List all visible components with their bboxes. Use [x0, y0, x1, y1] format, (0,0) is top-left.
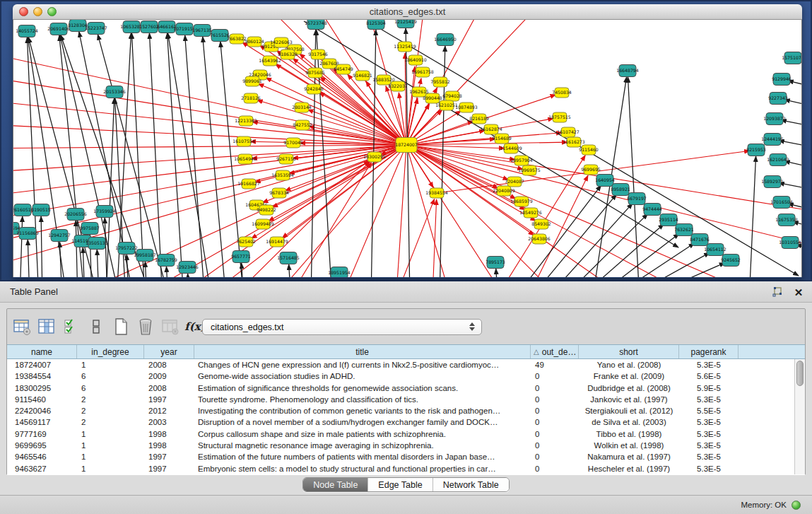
- graph-node[interactable]: 9115460: [579, 145, 599, 155]
- graph-node[interactable]: 6679197: [627, 193, 647, 205]
- graph-node[interactable]: 20153346: [103, 86, 126, 98]
- graph-node[interactable]: 12093872: [763, 113, 786, 125]
- graph-node[interactable]: 9899061: [242, 76, 262, 86]
- graph-node[interactable]: 1640954: [595, 175, 615, 187]
- column-header-out_de[interactable]: △out_de…: [531, 345, 579, 358]
- graph-node[interactable]: 9227343: [768, 93, 788, 105]
- graph-node[interactable]: 8215953: [746, 144, 766, 156]
- graph-node[interactable]: 12942757: [48, 230, 71, 242]
- graph-node[interactable]: 14055724: [16, 25, 38, 37]
- graph-node[interactable]: 8216189: [469, 114, 489, 124]
- graph-node[interactable]: 1527602: [139, 21, 159, 33]
- graph-node[interactable]: 16210251: [435, 100, 458, 110]
- graph-node[interactable]: 15892971: [761, 176, 784, 188]
- graph-node[interactable]: 17359924: [93, 206, 116, 218]
- graph-node[interactable]: 16099489: [252, 219, 274, 229]
- vertical-scrollbar[interactable]: [794, 359, 805, 474]
- graph-node[interactable]: 13505135: [86, 238, 108, 250]
- graph-node[interactable]: 8427552: [293, 120, 312, 130]
- graph-node[interactable]: 16210643: [767, 154, 789, 166]
- table-row[interactable]: 1872400712008Changes of HCN gene express…: [7, 359, 794, 370]
- graph-node[interactable]: 18685979: [510, 197, 533, 206]
- graph-node[interactable]: 9875685: [305, 68, 325, 78]
- graph-node[interactable]: 18757515: [548, 112, 571, 122]
- graph-node[interactable]: 8190515: [31, 204, 51, 216]
- graph-node[interactable]: 9146821: [353, 71, 372, 81]
- graph-node[interactable]: 11544609: [500, 144, 522, 153]
- graph-node[interactable]: 20691406: [47, 23, 70, 35]
- graph-node[interactable]: 12213363: [235, 116, 257, 126]
- graph-node[interactable]: 16961758: [411, 67, 434, 77]
- citation-network-graph[interactable]: 1405572420691406812830415223747106532871…: [13, 20, 801, 277]
- graph-node[interactable]: 11675358: [775, 214, 798, 226]
- graph-node[interactable]: 16782759: [155, 255, 177, 267]
- tab-node-table[interactable]: Node Table: [303, 478, 368, 491]
- column-header-year[interactable]: year: [144, 345, 194, 358]
- graph-node[interactable]: 8125304: [366, 20, 386, 30]
- graph-node[interactable]: 9678334: [269, 188, 289, 198]
- float-panel-icon[interactable]: [771, 286, 784, 298]
- table-select-dropdown[interactable]: citations_edges.txt: [202, 319, 482, 335]
- graph-node[interactable]: 11156869: [16, 228, 39, 240]
- column-header-title[interactable]: title: [194, 345, 531, 358]
- graph-node[interactable]: 19958187: [134, 250, 156, 262]
- graph-node[interactable]: 8549302: [531, 219, 551, 229]
- graph-node[interactable]: 22040809: [493, 186, 515, 196]
- table-row[interactable]: 946554611997Estimation of the future num…: [7, 451, 794, 462]
- graph-node[interactable]: 10654112: [704, 244, 726, 256]
- table-row[interactable]: 911546021997Tourette syndrome. Phenomeno…: [7, 394, 794, 405]
- graph-node[interactable]: 2803144: [292, 103, 312, 112]
- select-rows-icon[interactable]: [61, 317, 81, 337]
- graph-node[interactable]: 16107427: [557, 127, 579, 137]
- memory-ok-icon[interactable]: [792, 501, 801, 510]
- graph-node[interactable]: 7663822: [227, 34, 247, 44]
- graph-node[interactable]: 6794028: [442, 91, 462, 101]
- graph-node[interactable]: 9245652: [721, 255, 741, 267]
- graph-node[interactable]: 16648794: [616, 65, 639, 77]
- table-row[interactable]: 969969511998Structural magnetic resonanc…: [7, 440, 794, 451]
- row-height-icon[interactable]: [86, 317, 106, 337]
- graph-node[interactable]: 9154689: [492, 134, 512, 144]
- graph-node[interactable]: 9699695: [581, 165, 601, 175]
- graph-node[interactable]: 10874893: [455, 103, 478, 112]
- graph-node[interactable]: 7632621: [674, 224, 694, 236]
- graph-node[interactable]: 16107554: [233, 136, 255, 146]
- graph-node[interactable]: 7625402: [236, 237, 256, 247]
- graph-node[interactable]: 8322037: [388, 81, 408, 91]
- graph-node[interactable]: 2718126: [241, 93, 261, 103]
- graph-node[interactable]: 9242848: [304, 84, 324, 94]
- close-panel-icon[interactable]: ✕: [792, 286, 805, 298]
- graph-node[interactable]: 8454749: [334, 64, 353, 74]
- graph-node[interactable]: 7204087: [505, 177, 524, 187]
- table-settings-icon[interactable]: [12, 317, 32, 337]
- table-row[interactable]: 977716911998Corpus callosum shape and si…: [7, 428, 794, 440]
- new-table-icon[interactable]: [111, 317, 131, 337]
- column-header-in_degree[interactable]: in_degree: [77, 345, 144, 358]
- graph-node[interactable]: 15716485: [277, 252, 300, 264]
- column-header-name[interactable]: name: [7, 345, 77, 358]
- graph-node[interactable]: 18724007: [395, 138, 418, 153]
- graph-node[interactable]: 20206556: [64, 209, 87, 221]
- graph-node[interactable]: 9498222: [257, 205, 276, 215]
- graph-node[interactable]: 10654948: [234, 154, 257, 164]
- show-columns-icon[interactable]: [37, 317, 57, 337]
- graph-node[interactable]: 8186328: [278, 49, 298, 59]
- graph-node[interactable]: 18951954: [328, 267, 351, 278]
- graph-node[interactable]: 7955812: [430, 77, 450, 87]
- table-row[interactable]: 2242004622012Investigating the contribut…: [7, 405, 794, 416]
- graph-node[interactable]: 9170045: [283, 138, 303, 148]
- table-row[interactable]: 1938455462009Genome-wide association stu…: [7, 370, 794, 382]
- graph-node[interactable]: 18549276: [519, 208, 542, 218]
- graph-node[interactable]: 9267150: [276, 154, 296, 164]
- graph-node[interactable]: 19166827: [237, 179, 260, 189]
- graph-node[interactable]: 7895173: [486, 257, 505, 269]
- tab-edge-table[interactable]: Edge Table: [368, 478, 433, 491]
- graph-node[interactable]: 15723748: [305, 20, 327, 30]
- scrollbar-thumb[interactable]: [796, 361, 804, 386]
- graph-node[interactable]: 12923446: [176, 262, 199, 274]
- graph-node[interactable]: 10310554: [779, 237, 801, 249]
- network-canvas[interactable]: 1405572420691406812830415223747106532871…: [13, 20, 802, 277]
- window-titlebar[interactable]: citations_edges.txt: [13, 4, 802, 20]
- graph-node[interactable]: 2935114: [659, 214, 678, 226]
- graph-node[interactable]: 8958921: [611, 184, 630, 196]
